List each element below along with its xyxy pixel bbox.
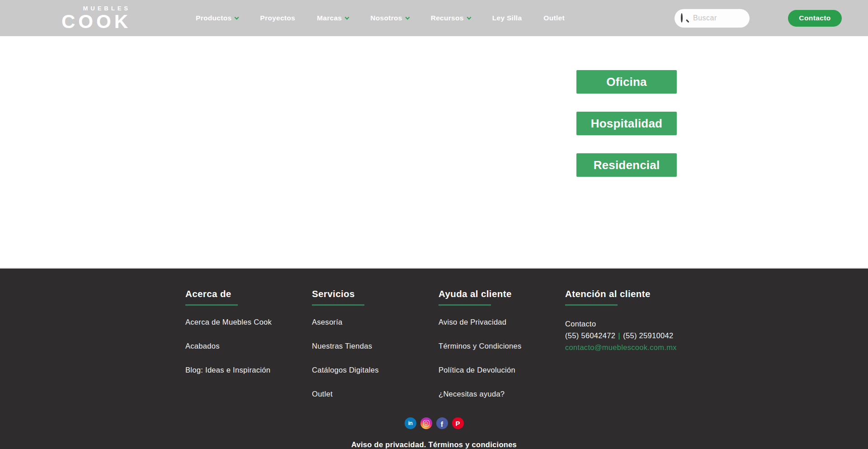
email-link[interactable]: contacto@mueblescook.com.mx — [565, 343, 677, 351]
link-necesitas-ayuda[interactable]: ¿Necesitas ayuda? — [439, 390, 505, 398]
link-aviso-de-privacidad[interactable]: Aviso de Privacidad — [439, 318, 506, 326]
nav-label: Outlet — [543, 14, 565, 22]
phone-number-1: (55) 56042472 — [565, 331, 615, 340]
hospitalidad-button[interactable]: Hospitalidad — [576, 112, 677, 135]
legal-links-line: Aviso de privacidad. Términos y condicio… — [0, 440, 868, 449]
facebook-icon[interactable]: f — [436, 417, 448, 429]
nav-label: Marcas — [317, 14, 342, 22]
linkedin-glyph: in — [408, 420, 413, 426]
chevron-down-icon — [345, 15, 349, 19]
column-title: Acerca de — [185, 288, 312, 299]
list-item: Acabados — [185, 342, 312, 350]
search-input[interactable] — [693, 14, 743, 22]
footer-column-ayuda-al-cliente: Ayuda al cliente Aviso de Privacidad Tér… — [439, 288, 565, 414]
contact-label: Contacto — [565, 318, 692, 330]
search-bar[interactable] — [675, 9, 750, 28]
nav-item-recursos[interactable]: Recursos — [431, 14, 471, 22]
footer-column-acerca-de: Acerca de Acerca de Muebles Cook Acabado… — [185, 288, 312, 414]
list-item: Outlet — [312, 390, 439, 398]
nav-label: Nosotros — [370, 14, 402, 22]
title-underline — [312, 304, 364, 306]
link-acerca-de-muebles-cook[interactable]: Acerca de Muebles Cook — [185, 318, 272, 326]
legal-links-text[interactable]: Aviso de privacidad. Términos y condicio… — [351, 440, 517, 449]
nav-item-proyectos[interactable]: Proyectos — [260, 14, 295, 22]
nav-item-ley-silla[interactable]: Ley Silla — [492, 14, 522, 22]
nav-item-nosotros[interactable]: Nosotros — [370, 14, 409, 22]
social-links: in f P — [0, 417, 868, 429]
instagram-icon[interactable] — [420, 417, 432, 429]
phone-separator: | — [618, 331, 620, 340]
list-item: Aviso de Privacidad — [439, 318, 565, 326]
category-button-stack: Oficina Hospitalidad Residencial — [576, 70, 677, 177]
main-content: Oficina Hospitalidad Residencial — [0, 36, 868, 268]
phone-numbers: (55) 56042472|(55) 25910042 — [565, 330, 692, 341]
list-item: Nuestras Tiendas — [312, 342, 439, 350]
column-title: Ayuda al cliente — [439, 288, 565, 299]
nav-label: Productos — [196, 14, 231, 22]
footer-columns: Acerca de Acerca de Muebles Cook Acabado… — [185, 288, 693, 414]
link-nuestras-tiendas[interactable]: Nuestras Tiendas — [312, 342, 372, 350]
nav-item-marcas[interactable]: Marcas — [317, 14, 349, 22]
main-nav: Productos Proyectos Marcas Nosotros Recu… — [196, 14, 565, 22]
muebles-cook-logo[interactable]: MUEBLES COOK — [49, 5, 128, 31]
chevron-down-icon — [235, 15, 239, 19]
oficina-button[interactable]: Oficina — [576, 70, 677, 94]
link-outlet[interactable]: Outlet — [312, 390, 333, 398]
list-item: Asesoría — [312, 318, 439, 326]
contacto-button[interactable]: Contacto — [788, 10, 842, 27]
phone-number-2: (55) 25910042 — [623, 331, 673, 340]
nav-item-outlet[interactable]: Outlet — [543, 14, 565, 22]
link-catalogos-digitales[interactable]: Catálogos Digitales — [312, 366, 379, 374]
pinterest-glyph: P — [455, 420, 460, 427]
facebook-glyph: f — [441, 421, 443, 429]
column-title: Servicios — [312, 288, 439, 299]
list-item: Catálogos Digitales — [312, 366, 439, 374]
nav-label: Proyectos — [260, 14, 295, 22]
footer-column-atencion-al-cliente: Atención al cliente Contacto (55) 560424… — [565, 288, 692, 414]
list-item: Política de Devolución — [439, 366, 565, 374]
residencial-button[interactable]: Residencial — [576, 153, 677, 177]
nav-label: Ley Silla — [492, 14, 522, 22]
column-title: Atención al cliente — [565, 288, 692, 299]
footer: Acerca de Acerca de Muebles Cook Acabado… — [0, 268, 868, 449]
header: MUEBLES COOK Productos Proyectos Marcas … — [0, 0, 868, 36]
search-icon — [681, 14, 689, 22]
title-underline — [185, 304, 238, 306]
chevron-down-icon — [405, 15, 410, 19]
nav-item-productos[interactable]: Productos — [196, 14, 238, 22]
link-terminos-y-condiciones[interactable]: Términos y Condiciones — [439, 342, 522, 350]
logo-text-cook: COOK — [49, 12, 131, 31]
list-item: ¿Necesitas ayuda? — [439, 390, 565, 398]
link-asesoria[interactable]: Asesoría — [312, 318, 343, 326]
page: MUEBLES COOK Productos Proyectos Marcas … — [0, 0, 868, 449]
logo-text-muebles: MUEBLES — [49, 5, 131, 11]
list-item: Acerca de Muebles Cook — [185, 318, 312, 326]
list-item: Términos y Condiciones — [439, 342, 565, 350]
list-item: Blog: Ideas e Inspiración — [185, 366, 312, 374]
instagram-camera-glyph — [423, 420, 429, 426]
footer-column-servicios: Servicios Asesoría Nuestras Tiendas Catá… — [312, 288, 439, 414]
title-underline — [439, 304, 491, 306]
contact-info-block: Contacto (55) 56042472|(55) 25910042 con… — [565, 318, 692, 353]
linkedin-icon[interactable]: in — [405, 417, 416, 429]
link-politica-de-devolucion[interactable]: Política de Devolución — [439, 366, 515, 374]
title-underline — [565, 304, 618, 306]
chevron-down-icon — [467, 15, 471, 19]
link-acabados[interactable]: Acabados — [185, 342, 220, 350]
pinterest-icon[interactable]: P — [452, 417, 464, 429]
nav-label: Recursos — [431, 14, 464, 22]
link-blog[interactable]: Blog: Ideas e Inspiración — [185, 366, 270, 374]
